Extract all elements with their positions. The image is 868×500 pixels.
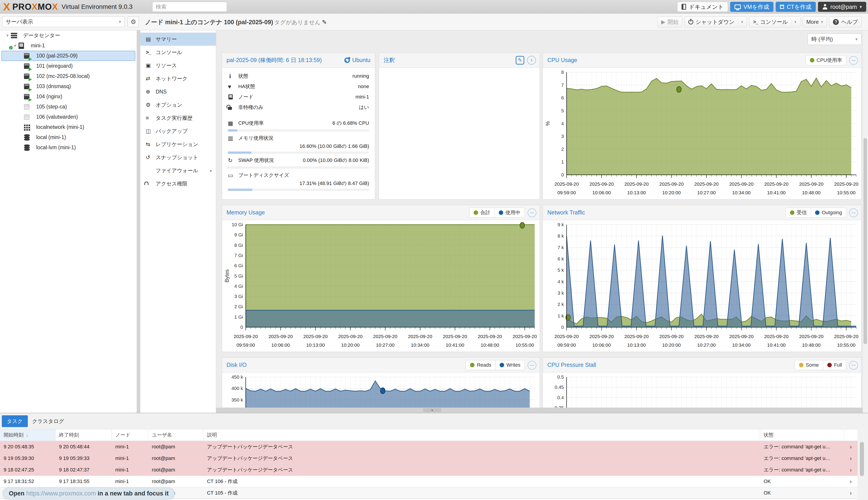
legend-item[interactable]: 使用中 (495, 208, 525, 218)
collapse-right-icon[interactable]: › (527, 56, 536, 65)
edit-notes-icon[interactable]: ✎ (516, 56, 524, 65)
scroll-down-button[interactable]: ▼ (423, 408, 441, 412)
scrollbar-thumb[interactable] (864, 138, 867, 344)
swap-icon: ↻ (228, 157, 238, 164)
documentation-button[interactable]: ドキュメント (677, 2, 728, 12)
edit-tags-icon[interactable]: ✎ (322, 19, 327, 26)
collapse-chart-icon[interactable] (849, 361, 858, 370)
legend-item[interactable]: Writes (495, 360, 525, 370)
tags-label[interactable]: タグがありません✎ (274, 19, 327, 26)
row-chevron-icon[interactable]: › (845, 441, 856, 453)
svg-text:09:59:00: 09:59:00 (557, 342, 576, 348)
tab-cluster-log[interactable]: クラスタログ (27, 415, 69, 427)
legend-item[interactable]: Full (823, 360, 846, 370)
view-mode-select[interactable]: サーバ表示 ▾ (2, 16, 125, 27)
tree-item[interactable]: 105 (step-ca) (0, 102, 137, 112)
cpu-pressure-chart: 0.50.450.40.350.30.250.20.150.10.0502025… (543, 373, 861, 413)
tree-item[interactable]: ▶104 (nginx) (0, 91, 137, 102)
tree-item[interactable]: ▾データセンター (0, 30, 137, 41)
tree-item[interactable]: ▶103 (dnsmasq) (0, 81, 137, 91)
chevron-down-icon[interactable]: ▾ (741, 20, 743, 24)
start-button[interactable]: ▶ 開始 (657, 16, 682, 27)
column-header[interactable]: ノード (112, 429, 148, 441)
nav-item[interactable]: ≡タスク実行履歴 (140, 111, 216, 125)
tree-caret-icon[interactable]: ▾ (4, 33, 11, 38)
nav-item[interactable]: アクセス権限 (140, 177, 216, 190)
usage-row: ▦CPU使用率6 の 6.68% CPU (226, 119, 371, 127)
tree-item[interactable]: local (mini-1) (0, 132, 137, 143)
collapse-chart-icon[interactable] (849, 56, 858, 65)
tree-item-label: localnetwork (mini-1) (36, 124, 84, 130)
chart-title: Network Traffic (547, 209, 585, 216)
time-range-select[interactable]: 時 (平均) ▾ (808, 34, 861, 45)
column-header[interactable]: 状態 (760, 429, 844, 441)
svg-text:2025-09-20: 2025-09-20 (729, 334, 753, 339)
search-input[interactable] (152, 2, 227, 12)
column-header[interactable]: 終了時刻 (56, 429, 112, 441)
collapse-chart-icon[interactable] (527, 361, 537, 370)
nav-item[interactable]: ⇆レプリケーション (140, 138, 216, 151)
nav-item[interactable]: ▣リソース (140, 59, 216, 72)
main-scrollbar[interactable] (863, 30, 868, 413)
collapse-chart-icon[interactable] (849, 208, 858, 217)
svg-text:10:55:00: 10:55:00 (837, 190, 856, 195)
legend-item[interactable]: Reads (466, 360, 495, 370)
user-menu-button[interactable]: root@pam ▾ (818, 2, 866, 12)
row-chevron-icon[interactable]: › (845, 487, 856, 499)
nav-item[interactable]: ↺スナップショット (140, 151, 216, 164)
tasks-table-header: 開始時刻↓終了時刻ノードユーザ名説明状態 (0, 429, 858, 441)
nav-item[interactable]: ▤サマリー (140, 33, 216, 46)
chevron-down-icon[interactable]: ▾ (795, 20, 797, 24)
nav-item[interactable]: ファイアウォール▸ (140, 164, 216, 177)
sidebar-splitter[interactable] (137, 30, 140, 413)
chevron-down-icon: ▾ (119, 19, 121, 24)
legend-item[interactable]: Outgoing (811, 208, 846, 218)
more-button[interactable]: More▾ (802, 16, 827, 27)
legend-item[interactable]: 受信 (786, 208, 811, 218)
node-icon (228, 94, 233, 99)
nav-item[interactable]: >_コンソール (140, 46, 216, 59)
task-row[interactable]: 9 20 05:48:359 20 05:48:44mini-1root@pam… (0, 441, 858, 453)
legend-item[interactable]: CPU使用率 (806, 55, 846, 65)
column-header[interactable]: 開始時刻↓ (0, 429, 56, 441)
cube-icon (780, 5, 784, 9)
tree-settings-button[interactable]: ⚙ (128, 16, 139, 27)
tooltip-url: https://www.proxmox.com (26, 490, 96, 497)
tab-tasks[interactable]: タスク (2, 415, 28, 427)
legend-item[interactable]: 合計 (469, 208, 495, 218)
node-icon (19, 43, 28, 49)
row-chevron-icon[interactable]: › (845, 453, 856, 464)
online-check-icon: ✓ (9, 46, 13, 50)
create-vm-button[interactable]: VMを作成 (730, 2, 773, 12)
create-ct-button[interactable]: CTを作成 (776, 2, 816, 12)
legend-item[interactable]: Some (795, 360, 823, 370)
console-button[interactable]: >_ コンソール ▾ (749, 16, 800, 27)
shutdown-button[interactable]: シャットダウン ▾ (684, 16, 747, 27)
legend-dot (815, 211, 820, 215)
tree-item[interactable]: localnetwork (mini-1) (0, 122, 137, 132)
task-row[interactable]: 9 18 02:47:259 18 02:47:37mini-1root@pam… (0, 464, 858, 476)
collapse-chart-icon[interactable] (527, 208, 537, 217)
monitor-icon (735, 4, 741, 9)
tree-item[interactable]: ▶102 (mc-2025-08.local) (0, 71, 137, 81)
book-icon: ▤ (146, 36, 156, 42)
nav-item[interactable]: ⊕DNS (140, 85, 216, 98)
help-button[interactable]: ? ヘルプ (829, 16, 862, 27)
task-row[interactable]: 9 19 05:39:309 19 05:39:33mini-1root@pam… (0, 453, 858, 464)
svg-text:2025-09-20: 2025-09-20 (478, 334, 502, 339)
nav-item[interactable]: ⇄ネットワーク (140, 72, 216, 85)
tree-item[interactable]: 106 (valutwarden) (0, 112, 137, 122)
column-header[interactable]: 説明 (203, 429, 760, 441)
column-header[interactable]: ユーザ名 (148, 429, 203, 441)
nav-item[interactable]: ◫バックアップ (140, 125, 216, 138)
tree-item[interactable]: ▾✓mini-1 (0, 41, 137, 51)
task-row[interactable]: 9 17 18:31:529 17 18:31:55mini-1root@pam… (0, 476, 858, 487)
nav-item[interactable]: ⚙オプション (140, 98, 216, 111)
tree-item[interactable]: ▶100 (pal-2025-09) (1, 51, 135, 61)
row-chevron-icon[interactable]: › (845, 476, 856, 487)
tasks-scrollbar[interactable] (859, 441, 865, 500)
tree-item[interactable]: local-lvm (mini-1) (0, 143, 137, 152)
scrollbar-thumb[interactable] (860, 442, 864, 476)
tree-item[interactable]: ▶101 (wireguard) (0, 61, 137, 71)
row-chevron-icon[interactable]: › (845, 464, 856, 476)
